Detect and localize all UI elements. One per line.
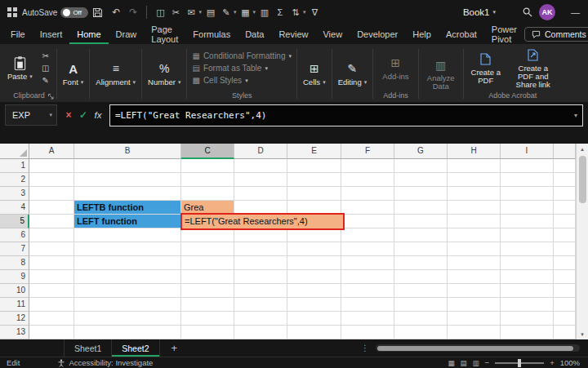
- cells-button[interactable]: ⊞ Cells▾: [299, 60, 330, 88]
- alignment-button[interactable]: ≡ Alignment▾: [91, 60, 140, 88]
- row-header-7[interactable]: 7: [0, 242, 29, 256]
- cell-G13[interactable]: [394, 326, 448, 339]
- cell-C9[interactable]: [181, 270, 234, 284]
- cell-H4[interactable]: [448, 201, 501, 215]
- vertical-scroll-thumb[interactable]: [579, 156, 586, 203]
- cell-E1[interactable]: [287, 159, 341, 173]
- cell-C8[interactable]: [181, 256, 234, 270]
- cell-F10[interactable]: [341, 284, 394, 298]
- cell-H1[interactable]: [448, 159, 501, 173]
- cell-G3[interactable]: [394, 187, 448, 201]
- cell-I6[interactable]: [501, 228, 554, 242]
- row-header-4[interactable]: 4: [0, 201, 29, 215]
- cell-D11[interactable]: [234, 298, 287, 312]
- cell-G9[interactable]: [394, 270, 448, 284]
- zoom-in-button[interactable]: +: [550, 358, 555, 367]
- cell-A4[interactable]: [29, 201, 74, 215]
- cell-F11[interactable]: [341, 298, 394, 312]
- row-header-9[interactable]: 9: [0, 270, 29, 284]
- cell-D8[interactable]: [234, 256, 287, 270]
- cell-I13[interactable]: [501, 326, 554, 339]
- zoom-out-button[interactable]: −: [485, 358, 490, 367]
- page-layout-view-icon[interactable]: ▤: [461, 359, 467, 367]
- name-box[interactable]: EXP ▾: [5, 104, 57, 126]
- dialog-launcher-icon[interactable]: [47, 93, 55, 100]
- cell-A5[interactable]: [29, 215, 74, 228]
- vertical-scrollbar[interactable]: ▴ ▾: [576, 144, 588, 339]
- expand-formula-bar-icon[interactable]: ▾: [574, 112, 577, 119]
- chevron-down-icon[interactable]: ▾: [252, 9, 256, 16]
- workbook-title[interactable]: Book1 ▾: [463, 7, 496, 17]
- cell-E10[interactable]: [287, 284, 341, 298]
- column-header-A[interactable]: A: [29, 144, 74, 159]
- cell-B13[interactable]: [74, 326, 181, 339]
- cell-I9[interactable]: [501, 270, 554, 284]
- cell-C6[interactable]: [181, 228, 234, 242]
- cell-D10[interactable]: [234, 284, 287, 298]
- cell-B5[interactable]: LEFT function: [74, 215, 181, 228]
- row-header-12[interactable]: 12: [0, 312, 29, 326]
- row-header-6[interactable]: 6: [0, 228, 29, 242]
- tab-insert[interactable]: Insert: [33, 24, 70, 44]
- zoom-level[interactable]: 100%: [560, 358, 580, 367]
- format-as-table-button[interactable]: ▤ Format as Table ▾: [189, 63, 295, 73]
- cell-C7[interactable]: [181, 242, 234, 256]
- cell-F1[interactable]: [341, 159, 394, 173]
- chevron-down-icon[interactable]: ▾: [234, 9, 237, 16]
- zoom-slider[interactable]: [495, 362, 544, 364]
- autosum-icon[interactable]: Σ: [274, 5, 287, 20]
- cell-C11[interactable]: [181, 298, 234, 312]
- chart-icon[interactable]: ▦: [238, 5, 252, 20]
- cell-G12[interactable]: [394, 312, 448, 326]
- cell-C5[interactable]: =LEFT("Great Researchers",4): [181, 215, 234, 228]
- copy-icon[interactable]: ◫: [154, 5, 167, 20]
- tab-file[interactable]: File: [3, 24, 33, 44]
- cell-A1[interactable]: [29, 159, 74, 173]
- row-header-13[interactable]: 13: [0, 326, 29, 339]
- cell-I5[interactable]: [501, 215, 554, 228]
- cell-D1[interactable]: [234, 159, 287, 173]
- formula-input[interactable]: =LEFT("Great Researchers",4) ▾: [109, 104, 583, 126]
- cell-C10[interactable]: [181, 284, 234, 298]
- cell-D6[interactable]: [234, 228, 287, 242]
- cell-H6[interactable]: [448, 228, 501, 242]
- addins-button[interactable]: ⊞ Add-ins: [378, 54, 412, 82]
- table-icon[interactable]: ▥: [258, 5, 271, 20]
- enter-button[interactable]: ✓: [76, 109, 91, 121]
- tab-page-layout[interactable]: Page Layout: [144, 24, 185, 44]
- editing-button[interactable]: ✎ Editing▾: [334, 60, 372, 88]
- insert-function-button[interactable]: fx: [91, 110, 105, 120]
- column-header-F[interactable]: F: [341, 144, 394, 159]
- analyze-data-button[interactable]: ▥ Analyze Data: [421, 56, 461, 92]
- cell-E8[interactable]: [287, 256, 341, 270]
- autosave-control[interactable]: AutoSave Off: [22, 7, 88, 18]
- row-header-8[interactable]: 8: [0, 256, 29, 270]
- normal-view-icon[interactable]: ▦: [448, 359, 454, 367]
- tab-power-pivot[interactable]: Power Pivot: [484, 24, 524, 44]
- column-header-B[interactable]: B: [74, 144, 181, 159]
- cell-B6[interactable]: [74, 228, 181, 242]
- format-painter-icon[interactable]: ✎: [39, 76, 52, 86]
- number-button[interactable]: % Number▾: [144, 60, 185, 88]
- row-header-5[interactable]: 5: [0, 215, 29, 228]
- cell-F2[interactable]: [341, 173, 394, 187]
- redo-icon[interactable]: ↷: [127, 7, 140, 18]
- font-button[interactable]: A Font▾: [59, 60, 88, 88]
- cell-G10[interactable]: [394, 284, 448, 298]
- create-pdf-share-button[interactable]: Create a PDF and Share link: [506, 47, 560, 91]
- scroll-up-icon[interactable]: ▴: [581, 144, 584, 154]
- cell-C13[interactable]: [181, 326, 234, 339]
- cell-H11[interactable]: [448, 298, 501, 312]
- cell-F13[interactable]: [341, 326, 394, 339]
- cell-D12[interactable]: [234, 312, 287, 326]
- cell-A2[interactable]: [29, 173, 74, 187]
- tab-draw[interactable]: Draw: [109, 24, 145, 44]
- cell-F7[interactable]: [341, 242, 394, 256]
- cell-B1[interactable]: [74, 159, 181, 173]
- cell-E12[interactable]: [287, 312, 341, 326]
- autosave-toggle[interactable]: Off: [60, 7, 88, 18]
- cell-A3[interactable]: [29, 187, 74, 201]
- cell-E13[interactable]: [287, 326, 341, 339]
- cell-E9[interactable]: [287, 270, 341, 284]
- comments-button[interactable]: Comments: [524, 27, 588, 42]
